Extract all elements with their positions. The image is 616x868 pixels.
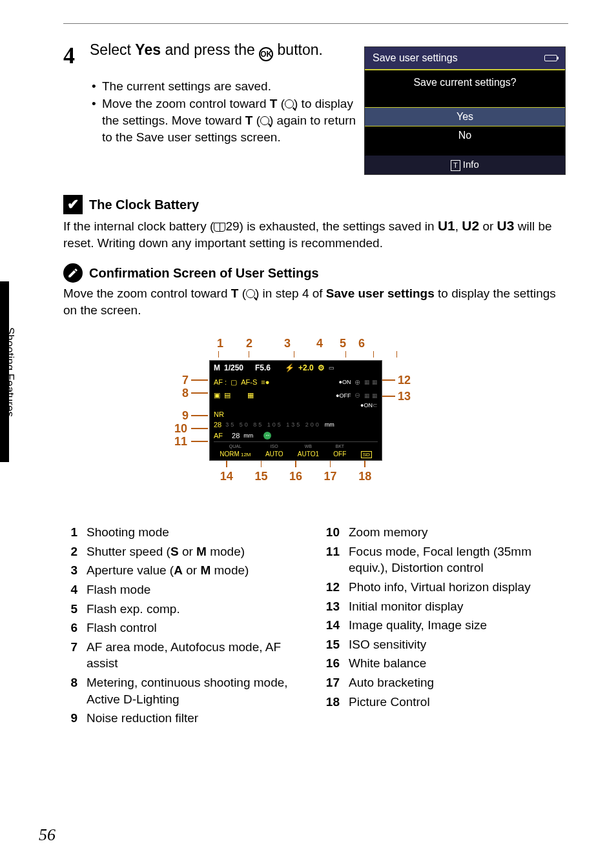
b2-m3: ( (252, 114, 260, 127)
sc-afmm: 28 (232, 431, 240, 441)
step-bullets: The current settings are saved. Move the… (92, 78, 360, 146)
book-icon (214, 223, 225, 232)
line-10 (191, 428, 208, 429)
horizon-icon: ⊖ (354, 390, 360, 400)
pencil-icon (63, 263, 83, 283)
dn-2: 2 (231, 336, 267, 351)
lt-1: Shooting mode (87, 524, 306, 541)
clock-note-title: The Clock Battery (89, 196, 199, 214)
rn-17: 17 (325, 674, 349, 691)
conf-note-text: Move the zoom control toward T () in ste… (63, 285, 568, 318)
sc-afmode: AF-S (241, 378, 257, 387)
page-number: 56 (39, 823, 56, 846)
ln-7: 7 (63, 639, 87, 672)
screen-row-af: AF : ▢ AF-S ≡● ●ON ⊕ ▦ ▦ (210, 375, 382, 389)
lt-3: Aperture value (A or M mode) (87, 562, 306, 579)
camera-screen: M 1/250 F5.6 ⚡ +2.0 ⚙ ▭ AF : ▢ AF-S ≡● ●… (209, 360, 382, 460)
rn-14: 14 (325, 617, 349, 634)
ln-4: 4 (63, 581, 87, 598)
line-7 (191, 379, 208, 381)
ln-1: 1 (63, 524, 87, 541)
lt-4: Flash mode (87, 581, 306, 598)
dn-13: 13 (398, 389, 411, 404)
screen-row-meter: ▣ ▤ ▦ ●OFF ⊖ ▦ ▦ (210, 389, 382, 401)
lt-6: Flash control (87, 620, 306, 636)
dn-4: 4 (307, 336, 332, 351)
dialog-footer: TInfo (365, 156, 565, 174)
cn-u3: U3 (497, 218, 515, 233)
magnify-icon (246, 289, 255, 298)
screen-row-top: M 1/250 F5.6 ⚡ +2.0 ⚙ ▭ (210, 361, 382, 375)
lt-7: AF area mode, Autofocus mode, AF assist (87, 639, 306, 672)
af-area-icon: ▢ (231, 378, 237, 387)
side-tab-label: Shooting Features (3, 327, 17, 417)
ln-9: 9 (63, 710, 87, 727)
sc-aperture: F5.6 (255, 363, 271, 373)
screen-row-nr: NR (210, 409, 382, 419)
cn-mid: ) is exhausted, the settings saved in (240, 219, 438, 233)
dn-17: 17 (313, 469, 348, 484)
bottom-ticks (209, 461, 382, 469)
lt-2: Shutter speed (S or M mode) (87, 543, 306, 560)
sc-isoval: AUTO (265, 450, 283, 458)
sc-afunit: mm (243, 432, 253, 439)
rn-12: 12 (325, 579, 349, 596)
sc-zoomf: 28 (214, 420, 221, 430)
sc-zoomm: 35 50 85 105 135 200 (225, 421, 321, 429)
magnify-icon (285, 99, 294, 108)
b2-pre: Move the zoom control toward (102, 97, 270, 110)
bullet-1: The current settings are saved. (92, 78, 360, 95)
step-title-post: button. (273, 41, 323, 58)
sc-afrow: AF (214, 431, 223, 441)
ln-6: 6 (63, 620, 87, 636)
dialog-option-no[interactable]: No (365, 126, 565, 145)
save-settings-dialog: Save user settings Save current settings… (364, 46, 566, 175)
cn-pre: If the internal clock battery ( (63, 219, 214, 233)
rn-10: 10 (325, 524, 349, 541)
distortion-icon: ↔ (263, 432, 271, 439)
sc-mode: M (214, 363, 220, 373)
rn-15: 15 (325, 636, 349, 653)
ln-5: 5 (63, 601, 87, 618)
cn-ref: 29 (225, 219, 239, 233)
flash-icon: ⚡ (285, 363, 294, 373)
dialog-body: Save current settings? Yes No (365, 70, 565, 156)
grid-icon: ▦ ▦ (364, 378, 378, 386)
diagram-top-numbers: 1 2 3 4 5 6 (198, 336, 404, 351)
dialog-option-yes[interactable]: Yes (365, 107, 565, 126)
flash-control-icon: ⚙ (318, 363, 325, 373)
line-12 (382, 379, 395, 381)
rn-18: 18 (325, 694, 349, 711)
ln-2: 2 (63, 543, 87, 560)
b2-m1: ( (277, 97, 285, 110)
battery-icon (544, 55, 557, 61)
screen-row-monitor: ●ON⊂ (210, 401, 382, 409)
sc-bktlbl: BKT (333, 443, 346, 449)
dn-1: 1 (209, 336, 231, 351)
step-4: 4 Select Yes and press the OK button. Th… (63, 40, 360, 146)
battery-icon: ▭ (329, 364, 334, 372)
bullet-2: Move the zoom control toward T () to dis… (92, 96, 360, 145)
rn-11: 11 (325, 543, 349, 576)
top-ticks (198, 351, 404, 360)
step-title-yes: Yes (135, 41, 161, 58)
step-title: Select Yes and press the OK button. (90, 40, 348, 61)
cf-m1: ( (238, 287, 246, 300)
rt-11: Focus mode, Focal length (35mm equiv.), … (349, 543, 568, 576)
rt-10: Zoom memory (349, 524, 568, 541)
sc-wblbl: WB (298, 443, 319, 449)
settings-diagram: 1 2 3 4 5 6 7 8 9 10 11 12 13 M 1/250 F5… (198, 336, 404, 484)
legend-left: 1Shooting mode 2Shutter speed (S or M mo… (63, 524, 306, 729)
dlighting-icon: ▦ (247, 390, 254, 400)
grid-icon2: ▦ ▦ (364, 392, 378, 399)
ln-3: 3 (63, 562, 87, 579)
conf-note-title: Confirmation Screen of User Settings (89, 265, 319, 282)
ln-8: 8 (63, 674, 87, 707)
dialog-title-bar: Save user settings (365, 47, 565, 70)
sc-off: OFF (339, 392, 351, 399)
cf-bold: Save user settings (326, 287, 435, 300)
globe-icon: ⊕ (354, 378, 360, 387)
dialog-foot-label: Info (463, 159, 479, 170)
step-title-mid: and press the (161, 41, 259, 58)
lt-9: Noise reduction filter (87, 710, 306, 727)
